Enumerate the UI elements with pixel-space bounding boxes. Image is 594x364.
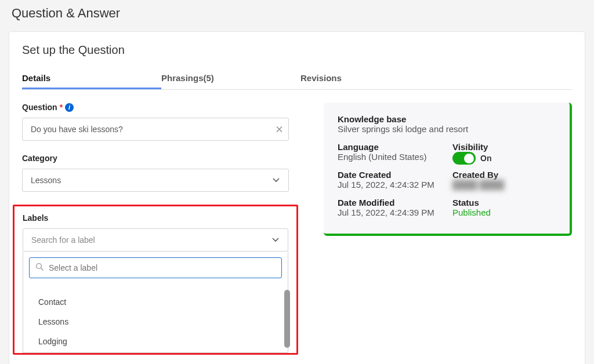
status-label: Status xyxy=(452,198,556,208)
info-icon[interactable]: i xyxy=(65,103,74,112)
labels-highlight: Labels Search for a label xyxy=(13,205,298,355)
visibility-label: Visibility xyxy=(452,142,556,152)
tab-revisions[interactable]: Revisions xyxy=(300,68,342,89)
visibility-toggle[interactable] xyxy=(452,152,476,165)
language-label: Language xyxy=(338,142,441,152)
category-select[interactable]: Lessons xyxy=(22,169,289,192)
visibility-on-text: On xyxy=(480,154,491,163)
question-input-wrap xyxy=(22,118,289,141)
kb-value: Silver springs ski lodge and resort xyxy=(338,124,556,134)
date-created-label: Date Created xyxy=(338,170,441,180)
date-modified-value: Jul 15, 2022, 4:24:39 PM xyxy=(338,208,441,217)
chevron-down-icon xyxy=(272,176,280,185)
status-value: Published xyxy=(452,208,556,217)
date-created-value: Jul 15, 2022, 4:24:32 PM xyxy=(338,180,441,190)
tab-phrasings[interactable]: Phrasings(5) xyxy=(161,68,300,89)
labels-search-input[interactable] xyxy=(49,263,276,272)
labels-placeholder: Search for a label xyxy=(31,235,95,245)
date-modified-label: Date Modified xyxy=(338,198,441,208)
question-input[interactable] xyxy=(23,118,288,140)
svg-point-0 xyxy=(37,264,42,269)
metadata-panel: Knowledge base Silver springs ski lodge … xyxy=(324,103,572,236)
label-option[interactable]: Lodging xyxy=(23,332,288,351)
category-value: Lessons xyxy=(31,176,61,185)
tabs: Details Phrasings(5) Revisions xyxy=(22,68,572,90)
labels-dropdown: Contact Lessons Lodging xyxy=(23,252,288,353)
tab-details[interactable]: Details xyxy=(22,68,161,89)
labels-options: Contact Lessons Lodging xyxy=(23,289,288,352)
label-option[interactable]: Lessons xyxy=(23,312,288,332)
page-title: Question & Answer xyxy=(9,6,585,21)
labels-label: Labels xyxy=(23,213,48,223)
labels-search-wrap xyxy=(29,257,282,278)
category-field-group: Category Lessons xyxy=(22,154,289,192)
created-by-label: Created By xyxy=(452,170,556,180)
clear-icon[interactable] xyxy=(276,125,282,134)
labels-select[interactable]: Search for a label xyxy=(23,228,288,252)
language-value: English (United States) xyxy=(338,152,441,162)
created-by-value: ████ ████ xyxy=(452,180,556,190)
kb-label: Knowledge base xyxy=(338,114,556,124)
svg-line-1 xyxy=(41,268,44,271)
required-indicator: * xyxy=(60,103,63,112)
scrollbar[interactable] xyxy=(284,290,290,348)
card-title: Set up the Question xyxy=(22,43,572,57)
label-option[interactable]: Contact xyxy=(23,292,288,312)
question-card: Set up the Question Details Phrasings(5)… xyxy=(9,31,585,364)
search-icon xyxy=(35,263,44,273)
question-label: Question xyxy=(22,103,57,112)
question-field-group: Question * i xyxy=(22,103,289,141)
category-label: Category xyxy=(22,154,57,163)
chevron-down-icon xyxy=(271,235,280,245)
